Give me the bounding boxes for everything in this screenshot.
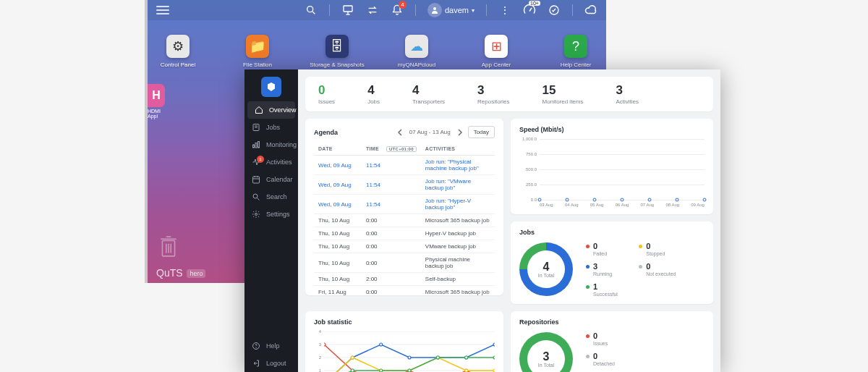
task-switch-icon[interactable] bbox=[366, 4, 379, 17]
dock-app-icon: ☁ bbox=[405, 35, 428, 58]
y-axis-label: 1 bbox=[319, 368, 324, 372]
summary-value: 4 bbox=[412, 83, 445, 98]
jobs-title: Jobs bbox=[519, 229, 705, 236]
agenda-row[interactable]: Wed, 09 Aug11:54Job run: "Physical machi… bbox=[314, 156, 495, 175]
dock-label: Storage & Snapshots bbox=[310, 62, 365, 68]
agenda-date: Thu, 10 Aug bbox=[314, 227, 362, 240]
y-axis-label: 750.0 bbox=[526, 152, 540, 156]
dashboard-speed-icon[interactable]: 10+ bbox=[523, 4, 536, 17]
summary-value: 0 bbox=[318, 83, 335, 98]
sidebar-item-jobs[interactable]: Jobs bbox=[244, 119, 298, 136]
agenda-row[interactable]: Thu, 10 Aug0:00Hyper-V backup job bbox=[314, 227, 495, 240]
sidebar-item-search[interactable]: Search bbox=[244, 188, 298, 206]
legend-item: 0Not executed bbox=[639, 262, 676, 276]
agenda-row[interactable]: Thu, 10 Aug2:00Self-backup bbox=[314, 273, 495, 286]
dock-item[interactable]: ?Help Center bbox=[547, 35, 605, 68]
sidebar-item-help[interactable]: Help bbox=[244, 337, 298, 355]
legend-item: 0Stopped bbox=[639, 242, 676, 256]
sidebar-label: Settings bbox=[266, 211, 290, 218]
jobstat-title: Job statistic bbox=[314, 318, 495, 326]
search-icon[interactable] bbox=[305, 4, 318, 17]
y-axis-label: 250.0 bbox=[526, 182, 540, 187]
dock-item[interactable]: ⚙Control Panel bbox=[149, 35, 207, 68]
agenda-time: 0:00 bbox=[362, 227, 421, 240]
agenda-row[interactable]: Thu, 10 Aug0:00Physical machine backup j… bbox=[314, 253, 495, 273]
speed-card: Speed (Mbit/s) 1,000.0750.0500.0250.00.0… bbox=[511, 119, 713, 214]
hdmi-app-icon[interactable]: H bbox=[148, 84, 165, 107]
legend-color-dot bbox=[639, 265, 642, 269]
legend-item: 0Detached bbox=[586, 352, 615, 366]
notification-badge: 4 bbox=[399, 1, 407, 9]
agenda-row[interactable]: Wed, 09 Aug11:54Job run: "VMware backup … bbox=[314, 175, 495, 195]
dock-item[interactable]: 📁File Station bbox=[229, 35, 286, 68]
user-menu[interactable]: davem ▾ bbox=[427, 3, 475, 17]
sidebar-item-overview[interactable]: Overview bbox=[247, 101, 295, 119]
dock-item[interactable]: 🗄Storage & Snapshots bbox=[308, 35, 366, 68]
legend-label: Issues bbox=[593, 341, 615, 346]
agenda-time: 0:00 bbox=[362, 214, 421, 227]
legend-value: 0 bbox=[646, 242, 650, 250]
x-axis-label: 05 Aug bbox=[590, 203, 604, 207]
x-axis-label: 09 Aug bbox=[691, 203, 705, 207]
agenda-time: 0:00 bbox=[362, 240, 421, 253]
svg-line-1 bbox=[312, 12, 315, 14]
agenda-row[interactable]: Wed, 09 Aug11:54Job run: "Hyper-V backup… bbox=[314, 195, 495, 214]
next-week-icon[interactable] bbox=[455, 128, 464, 137]
col-time: TIMEUTC+01:00 bbox=[362, 143, 421, 156]
agenda-row[interactable]: Thu, 10 Aug0:00VMware backup job bbox=[314, 240, 495, 253]
agenda-table: DATE TIMEUTC+01:00 ACTIVITIES Wed, 09 Au… bbox=[314, 143, 495, 295]
sidebar-item-monitoring[interactable]: Monitoring bbox=[244, 136, 298, 153]
svg-point-60 bbox=[436, 356, 439, 359]
agenda-time: 11:54 bbox=[362, 195, 421, 214]
agenda-activity: Job run: "VMware backup job" bbox=[421, 175, 495, 195]
prev-week-icon[interactable] bbox=[396, 128, 405, 137]
agenda-time: 11:54 bbox=[362, 156, 421, 175]
dock-app-icon: 📁 bbox=[246, 35, 269, 58]
menu-icon[interactable] bbox=[156, 6, 169, 14]
data-point bbox=[676, 198, 679, 202]
repos-card: Repositories 3 In Total 0Issues0Detached… bbox=[511, 311, 713, 372]
sidebar-item-logout[interactable]: Logout bbox=[244, 355, 298, 372]
taskbar-divider bbox=[486, 4, 487, 16]
summary-label: Jobs bbox=[367, 98, 380, 105]
dock-item[interactable]: ⊞App Center bbox=[467, 35, 525, 68]
sync-icon[interactable] bbox=[548, 4, 561, 17]
today-button[interactable]: Today bbox=[468, 126, 495, 138]
summary-item: 3Activities bbox=[616, 83, 639, 105]
more-icon[interactable]: ⋮ bbox=[498, 4, 511, 17]
cloud-icon[interactable] bbox=[584, 4, 597, 17]
dock-item[interactable]: ☁myQNAPcloud bbox=[388, 35, 446, 68]
repos-donut-chart: 3 In Total bbox=[519, 332, 573, 372]
col-activities: ACTIVITIES bbox=[421, 143, 495, 156]
svg-point-50 bbox=[351, 356, 354, 359]
desktop-dock: ⚙Control Panel📁File Station🗄Storage & Sn… bbox=[148, 35, 606, 68]
os-brand: QuTS hero bbox=[156, 267, 205, 279]
svg-point-5 bbox=[433, 7, 436, 10]
data-point bbox=[621, 198, 624, 202]
agenda-row[interactable]: Thu, 10 Aug0:00Microsoft 365 backup job bbox=[314, 214, 495, 227]
sidebar-item-activities[interactable]: Activities1 bbox=[244, 153, 298, 171]
summary-value: 4 bbox=[367, 83, 380, 98]
agenda-row[interactable]: Fri, 11 Aug0:00Microsoft 365 backup job bbox=[314, 286, 495, 296]
summary-card: 0Issues4Jobs4Transporters3Repositories15… bbox=[305, 77, 713, 111]
agenda-date: Thu, 10 Aug bbox=[314, 214, 362, 227]
agenda-time: 0:00 bbox=[362, 286, 421, 296]
legend-color-dot bbox=[586, 355, 590, 358]
sidebar-label: Overview bbox=[269, 106, 297, 114]
resource-monitor-icon[interactable] bbox=[341, 4, 354, 17]
sidebar-label: Help bbox=[266, 342, 280, 350]
trash-icon[interactable] bbox=[158, 236, 179, 258]
agenda-card: Agenda 07 Aug - 13 Aug Today DA bbox=[305, 119, 503, 295]
x-axis-label: 06 Aug bbox=[616, 203, 629, 207]
dock-app-icon: ? bbox=[564, 35, 587, 58]
col-date: DATE bbox=[314, 143, 362, 156]
agenda-activity: VMware backup job bbox=[421, 240, 495, 253]
svg-point-37 bbox=[380, 343, 383, 346]
app-logo-icon[interactable] bbox=[261, 77, 281, 97]
sidebar-item-settings[interactable]: Settings bbox=[244, 206, 298, 223]
y-axis-label: 500.0 bbox=[526, 167, 540, 172]
hdmi-label: HDMIAppl bbox=[148, 109, 161, 119]
notifications-icon[interactable]: 4 bbox=[391, 4, 404, 17]
sidebar-item-calendar[interactable]: Calendar bbox=[244, 171, 298, 188]
svg-point-42 bbox=[324, 343, 326, 346]
